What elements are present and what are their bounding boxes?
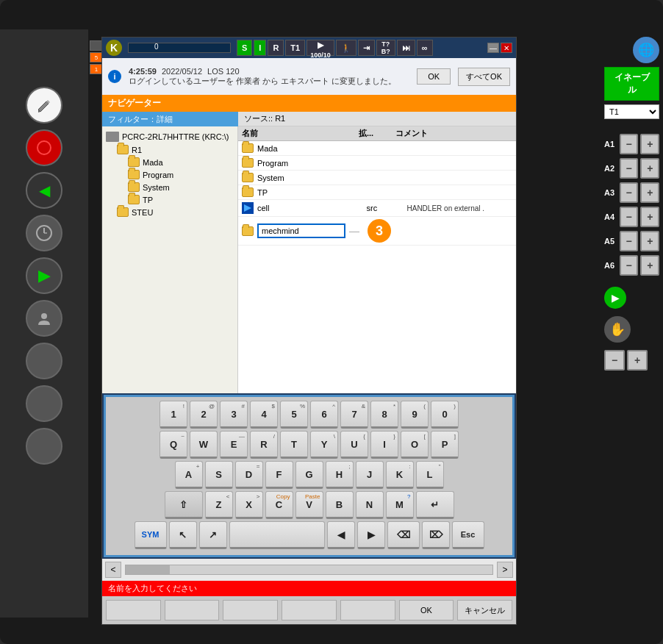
- tree-r1[interactable]: R1: [106, 143, 234, 156]
- tree-steu[interactable]: STEU: [106, 206, 234, 218]
- key-arrow-upleft[interactable]: ↖: [169, 521, 197, 549]
- key-r[interactable]: /R: [250, 431, 278, 459]
- key-y[interactable]: \Y: [310, 431, 338, 459]
- hand-button[interactable]: ✋: [604, 316, 631, 343]
- key-l[interactable]: "L: [416, 461, 444, 489]
- f3-button[interactable]: [223, 600, 278, 620]
- file-item-tp[interactable]: TP: [238, 185, 516, 200]
- ok-button[interactable]: OK: [417, 68, 451, 85]
- key-j[interactable]: J: [356, 461, 384, 489]
- tree-system[interactable]: System: [106, 181, 234, 193]
- axis-a6-plus[interactable]: +: [640, 255, 659, 276]
- key-h[interactable]: ;H: [326, 461, 354, 489]
- key-enter[interactable]: ↵: [416, 491, 454, 519]
- file-item-system[interactable]: System: [238, 171, 516, 185]
- axis-a2-minus[interactable]: −: [620, 158, 639, 179]
- dialog-cancel-button[interactable]: キャンセル: [457, 600, 512, 620]
- play-right-button[interactable]: ▶: [604, 287, 626, 309]
- key-2[interactable]: @2: [190, 401, 218, 429]
- infinity-button[interactable]: ∞: [417, 40, 433, 56]
- key-delete[interactable]: ⌦: [422, 521, 450, 549]
- key-3[interactable]: #3: [220, 401, 248, 429]
- key-u[interactable]: {U: [340, 431, 368, 459]
- key-7[interactable]: &7: [340, 401, 368, 429]
- key-i[interactable]: }I: [370, 431, 398, 459]
- back-button[interactable]: ◀: [26, 172, 62, 209]
- i-button[interactable]: I: [254, 40, 266, 56]
- t1-button[interactable]: T1: [285, 40, 305, 56]
- extra-btn-2[interactable]: [26, 385, 62, 422]
- key-c[interactable]: CopyC: [265, 491, 293, 519]
- key-k[interactable]: :K: [386, 461, 414, 489]
- scroll-thumb[interactable]: [126, 565, 170, 574]
- key-sym[interactable]: SYM: [135, 521, 167, 549]
- extra-btn-3[interactable]: [26, 428, 62, 465]
- axis-a5-minus[interactable]: −: [620, 231, 639, 251]
- pencil-button[interactable]: [26, 87, 62, 124]
- axis-a4-plus[interactable]: +: [640, 207, 659, 227]
- file-item-mada[interactable]: Mada: [238, 141, 516, 156]
- f5-button[interactable]: [340, 600, 395, 620]
- axis-a2-plus[interactable]: +: [640, 158, 659, 179]
- tree-program[interactable]: Program: [106, 168, 234, 181]
- key-9[interactable]: (9: [401, 401, 429, 429]
- tree-root[interactable]: PCRC-2RL7HHTTRE (KRC:\): [106, 130, 234, 143]
- key-s[interactable]: S: [205, 461, 233, 489]
- key-arrow-right[interactable]: ▶: [357, 521, 385, 549]
- clock-button[interactable]: [26, 215, 62, 251]
- play-button[interactable]: ▶: [26, 257, 62, 294]
- user-button[interactable]: [26, 300, 62, 337]
- key-d[interactable]: =D: [235, 461, 263, 489]
- globe-icon[interactable]: 🌐: [633, 37, 659, 63]
- file-item-cell[interactable]: cell src HANDLER on external .: [238, 200, 516, 217]
- key-8[interactable]: *8: [370, 401, 398, 429]
- key-t[interactable]: T: [280, 431, 308, 459]
- key-backspace[interactable]: ⌫: [387, 521, 420, 549]
- walk-button[interactable]: 🚶: [336, 40, 356, 56]
- file-item-program[interactable]: Program: [238, 156, 516, 171]
- f1-button[interactable]: [106, 600, 161, 620]
- key-5[interactable]: %5: [280, 401, 308, 429]
- key-1[interactable]: !1: [160, 401, 187, 429]
- axis-a3-plus[interactable]: +: [640, 182, 659, 203]
- key-n[interactable]: N: [356, 491, 384, 519]
- key-arrow-left[interactable]: ◀: [327, 521, 355, 549]
- f4-button[interactable]: [282, 600, 337, 620]
- dialog-ok-button[interactable]: OK: [399, 600, 454, 620]
- skip-button[interactable]: ⏭: [397, 40, 415, 56]
- t2b-button[interactable]: T?B?: [376, 40, 395, 56]
- key-shift[interactable]: ⇧: [165, 491, 203, 519]
- key-x[interactable]: >X: [235, 491, 263, 519]
- close-button[interactable]: ✕: [501, 43, 512, 53]
- scroll-left-button[interactable]: <: [105, 562, 121, 578]
- axis-a4-minus[interactable]: −: [620, 207, 639, 227]
- extra-btn-1[interactable]: [26, 343, 62, 379]
- scroll-right-button[interactable]: >: [497, 562, 513, 578]
- key-v[interactable]: PasteV: [295, 491, 323, 519]
- arrow-button[interactable]: ⇥: [358, 40, 375, 56]
- key-6[interactable]: ^6: [310, 401, 338, 429]
- f2-button[interactable]: [165, 600, 220, 620]
- key-p[interactable]: ]P: [431, 431, 459, 459]
- key-g[interactable]: G: [295, 461, 323, 489]
- key-z[interactable]: <Z: [205, 491, 233, 519]
- key-q[interactable]: ~Q: [160, 431, 187, 459]
- tree-tp[interactable]: TP: [106, 193, 234, 206]
- key-b[interactable]: B: [326, 491, 354, 519]
- key-w[interactable]: W: [190, 431, 218, 459]
- axis-a5-plus[interactable]: +: [640, 231, 659, 251]
- axis-a6-minus[interactable]: −: [620, 255, 639, 276]
- play-icon-button[interactable]: ▶100/10: [307, 40, 334, 56]
- enable-button[interactable]: イネーブル: [604, 67, 659, 101]
- axis-a3-minus[interactable]: −: [620, 182, 639, 203]
- key-o[interactable]: [O: [401, 431, 429, 459]
- key-a[interactable]: +A: [175, 461, 203, 489]
- axis-extra-plus[interactable]: +: [627, 350, 648, 371]
- minimize-button[interactable]: —: [487, 43, 499, 53]
- rename-input[interactable]: [257, 223, 345, 238]
- axis-extra-minus[interactable]: −: [604, 350, 625, 371]
- key-esc[interactable]: Esc: [452, 521, 484, 549]
- key-arrow-upright[interactable]: ↗: [199, 521, 227, 549]
- key-m[interactable]: ?M: [386, 491, 414, 519]
- key-4[interactable]: $4: [250, 401, 278, 429]
